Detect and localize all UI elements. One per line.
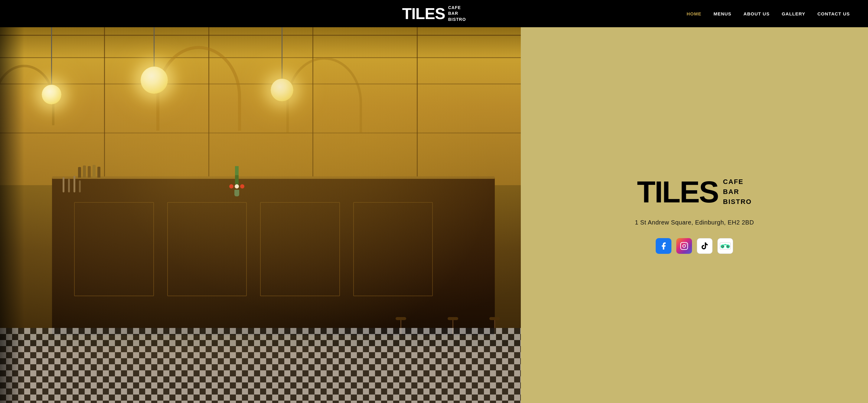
nav-about[interactable]: ABOUT US [743, 11, 769, 16]
nav-gallery[interactable]: GALLERY [782, 11, 805, 16]
main-nav: HOME MENUS ABOUT US GALLERY CONTACT US [686, 11, 850, 16]
social-icons [656, 238, 733, 254]
brand-subtitle-large: CAFE BAR BISTRO [723, 177, 752, 207]
nav-home[interactable]: HOME [686, 11, 701, 16]
logo-subtitle: CAFE BAR BISTRO [448, 5, 466, 23]
svg-point-8 [728, 246, 728, 247]
bar-image-panel [0, 27, 521, 403]
address-text: 1 St Andrew Square, Edinburgh, EH2 2BD [635, 219, 754, 226]
left-vignette [0, 27, 24, 403]
nav-contact[interactable]: CONTACT US [817, 11, 850, 16]
bar-scene [0, 27, 521, 403]
brand-large: TILES CAFE BAR BISTRO [637, 177, 751, 207]
tiktok-icon[interactable] [697, 238, 713, 254]
info-panel: TILES CAFE BAR BISTRO 1 St Andrew Square… [521, 27, 868, 403]
svg-point-9 [725, 244, 726, 245]
svg-point-2 [686, 244, 686, 244]
main-content: TILES CAFE BAR BISTRO 1 St Andrew Square… [0, 27, 868, 403]
brand-tiles-large: TILES [637, 177, 718, 207]
site-header: TILES CAFE BAR BISTRO HOME MENUS ABOUT U… [0, 0, 868, 27]
logo: TILES CAFE BAR BISTRO [402, 5, 466, 23]
logo-tiles-text: TILES [402, 6, 445, 22]
nav-menus[interactable]: MENUS [713, 11, 731, 16]
tripadvisor-icon[interactable] [717, 238, 733, 254]
warm-overlay [0, 27, 521, 403]
svg-rect-0 [681, 242, 687, 249]
instagram-icon[interactable] [676, 238, 692, 254]
svg-point-7 [722, 246, 723, 247]
svg-point-1 [683, 245, 685, 247]
facebook-icon[interactable] [656, 238, 672, 254]
